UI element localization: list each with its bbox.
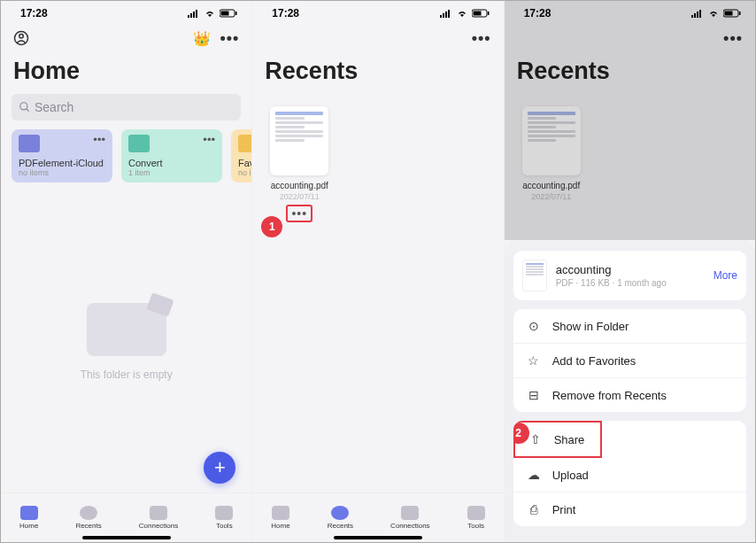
svg-rect-5	[221, 12, 229, 16]
action-add-favorites[interactable]: ☆Add to Favorites	[513, 344, 746, 378]
svg-rect-0	[188, 15, 189, 18]
upload-icon: ☁	[526, 468, 542, 482]
tab-tools[interactable]: Tools	[467, 506, 485, 530]
svg-rect-16	[473, 12, 481, 16]
status-time: 17:28	[524, 7, 552, 19]
file-card[interactable]: accounting.pdf 2022/07/11 ••• 1	[265, 106, 334, 222]
folder-sub: no item	[238, 168, 251, 177]
sheet-thumbnail	[522, 260, 547, 291]
empty-text: This folder is empty	[81, 368, 173, 381]
home-indicator	[82, 536, 171, 539]
folder-card[interactable]: ••• Convert 1 item	[121, 129, 222, 182]
sheet-more-link[interactable]: More	[714, 269, 737, 282]
svg-rect-14	[448, 10, 450, 18]
share-icon: ⇧	[528, 432, 544, 446]
more-icon[interactable]: •••	[472, 29, 491, 48]
svg-rect-18	[691, 15, 693, 18]
svg-rect-17	[488, 12, 490, 15]
folders-row: ••• PDFelement-iCloud no items ••• Conve…	[1, 120, 251, 191]
file-more-button[interactable]: •••	[286, 205, 312, 222]
more-icon[interactable]: •••	[220, 29, 239, 48]
folder-card[interactable]: Favori no item	[231, 129, 251, 182]
svg-point-9	[20, 103, 27, 110]
folder-icon	[19, 135, 40, 152]
phone-sheet: 17:28 ••• Recents accounting.pdf 2022/07…	[505, 1, 755, 542]
folder-name: Favori	[238, 158, 251, 168]
file-thumbnail	[270, 106, 328, 175]
svg-line-10	[27, 109, 29, 112]
status-time: 17:28	[20, 7, 48, 19]
tab-recents[interactable]: Recents	[328, 506, 353, 530]
file-thumbnail	[522, 106, 581, 175]
status-bar: 17:28	[505, 4, 755, 22]
svg-rect-6	[235, 12, 237, 15]
svg-rect-19	[694, 13, 696, 18]
topbar: 👑 •••	[1, 22, 251, 54]
print-icon: ⎙	[526, 502, 542, 516]
more-icon[interactable]: •••	[723, 29, 743, 48]
status-bar: 17:28	[252, 4, 503, 22]
tab-home[interactable]: Home	[271, 506, 289, 530]
crown-icon[interactable]: 👑	[193, 30, 211, 47]
status-bar: 17:28	[1, 4, 251, 22]
folder-name: Convert	[128, 158, 215, 168]
status-time: 17:28	[272, 7, 299, 19]
file-name: accounting.pdf	[271, 181, 328, 190]
tab-home[interactable]: Home	[19, 506, 38, 530]
status-icons	[440, 9, 490, 18]
tab-connections[interactable]: Connections	[139, 506, 178, 530]
action-show-in-folder[interactable]: ⊙Show in Folder	[513, 309, 746, 344]
file-card[interactable]: accounting.pdf 2022/07/11	[517, 106, 586, 201]
page-title: Home	[1, 54, 251, 94]
status-icons	[691, 9, 741, 18]
tab-bar: Home Recents Connections Tools	[252, 493, 503, 542]
svg-rect-3	[196, 10, 197, 18]
tab-tools[interactable]: Tools	[215, 506, 233, 530]
battery-icon	[723, 9, 741, 18]
action-upload[interactable]: ☁Upload	[513, 458, 746, 493]
phone-recents: 17:28 ••• Recents accounting.pdf 2022/07…	[252, 1, 504, 542]
folder-icon	[238, 135, 251, 152]
action-sheet: accounting PDF · 116 KB · 1 month ago Mo…	[505, 240, 755, 542]
file-date: 2022/07/11	[531, 192, 571, 201]
search-placeholder: Search	[35, 100, 73, 114]
sheet-header: accounting PDF · 116 KB · 1 month ago Mo…	[513, 251, 746, 300]
action-print[interactable]: ⎙Print	[513, 493, 746, 526]
file-date: 2022/07/11	[280, 192, 320, 201]
sheet-group-2: 2 ⇧Share ☁Upload ⎙Print	[513, 421, 746, 526]
svg-rect-13	[445, 12, 447, 18]
search-input[interactable]: Search	[12, 94, 241, 120]
folder-icon	[128, 135, 150, 152]
sheet-group-1: ⊙Show in Folder ☆Add to Favorites ⊟Remov…	[513, 309, 746, 412]
action-remove-recents[interactable]: ⊟Remove from Recents	[513, 378, 746, 412]
sheet-file-name: accounting	[556, 263, 705, 276]
tab-recents[interactable]: Recents	[75, 506, 101, 530]
svg-rect-24	[739, 12, 741, 15]
svg-point-8	[19, 35, 24, 39]
file-name: accounting.pdf	[522, 181, 580, 190]
topbar: •••	[252, 22, 503, 54]
battery-icon	[472, 9, 490, 18]
page-title: Recents	[505, 54, 755, 94]
home-indicator	[334, 536, 422, 539]
folder-more-icon[interactable]: •••	[93, 133, 105, 146]
empty-illustration	[87, 303, 166, 356]
svg-rect-1	[190, 13, 192, 18]
svg-rect-11	[440, 15, 442, 18]
folder-card[interactable]: ••• PDFelement-iCloud no items	[12, 129, 112, 182]
phone-home: 17:28 👑 ••• Home Search ••• PDFelement-i…	[1, 1, 252, 542]
svg-rect-23	[724, 12, 732, 16]
signal-icon	[440, 9, 452, 18]
star-icon: ☆	[526, 353, 542, 368]
wifi-icon	[204, 9, 216, 18]
empty-state: This folder is empty	[1, 191, 251, 493]
folder-sub: 1 item	[128, 168, 215, 177]
remove-icon: ⊟	[526, 388, 542, 402]
folder-more-icon[interactable]: •••	[203, 133, 215, 146]
folder-name: PDFelement-iCloud	[19, 158, 105, 168]
tab-connections[interactable]: Connections	[390, 506, 429, 530]
status-icons	[188, 9, 237, 18]
profile-icon[interactable]	[13, 30, 29, 46]
page-title: Recents	[252, 54, 503, 94]
folder-sub: no items	[19, 168, 105, 177]
